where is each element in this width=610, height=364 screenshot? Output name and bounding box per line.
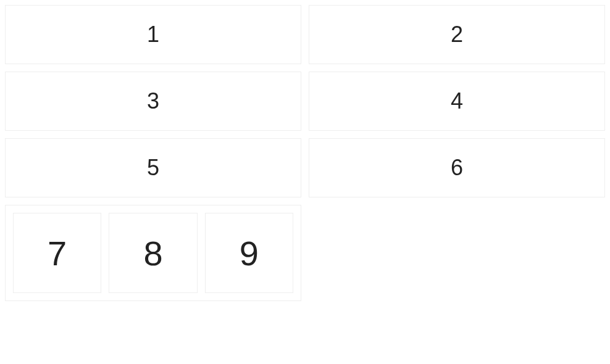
- nested-cell-7: 7: [13, 213, 101, 293]
- grid-cell-2: 2: [309, 5, 605, 64]
- grid-cell-3: 3: [5, 72, 301, 131]
- nested-cell-9: 9: [205, 213, 293, 293]
- grid-cell-4: 4: [309, 72, 605, 131]
- main-grid: 1 2 3 4 5 6 7 8 9: [5, 5, 605, 301]
- grid-cell-1: 1: [5, 5, 301, 64]
- nested-cell-8: 8: [109, 213, 197, 293]
- grid-cell-5: 5: [5, 138, 301, 197]
- grid-cell-6: 6: [309, 138, 605, 197]
- nested-grid: 7 8 9: [5, 205, 301, 301]
